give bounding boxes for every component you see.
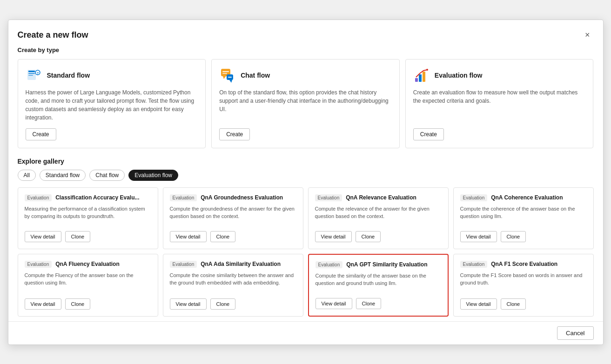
flow-type-card-standard-flow: ? Standard flow Harness the power of Lar… xyxy=(18,59,206,148)
gallery-card-desc-classification-accuracy: Measuring the performance of a classific… xyxy=(25,205,151,225)
gallery-card-desc-qna-coherence: Compute the coherence of the answer base… xyxy=(460,205,587,225)
svg-rect-14 xyxy=(419,74,422,82)
gallery-card-badge-row: Evaluation Classification Accuracy Evalu… xyxy=(25,194,151,201)
svg-point-16 xyxy=(426,69,428,71)
create-standard-flow-button[interactable]: Create xyxy=(26,128,56,140)
card-actions-qna-groundedness: View detail Clone xyxy=(170,231,296,242)
gallery-badge-qna-coherence: Evaluation xyxy=(460,194,488,201)
gallery-card-qna-groundedness: Evaluation QnA Groundedness Evaluation C… xyxy=(163,187,303,249)
svg-rect-3 xyxy=(28,75,33,76)
gallery-card-title-qna-gpt-similarity: QnA GPT Similarity Evaluation xyxy=(346,261,427,268)
gallery-card-desc-qna-fluency: Compute the Fluency of the answer base o… xyxy=(25,271,151,293)
clone-qna-groundedness-button[interactable]: Clone xyxy=(210,231,236,242)
gallery-card-qna-gpt-similarity: Evaluation QnA GPT Similarity Evaluation… xyxy=(308,254,449,317)
close-button[interactable]: × xyxy=(581,28,594,42)
svg-marker-7 xyxy=(223,76,226,79)
flow-type-desc-chat-flow: On top of the standard flow, this option… xyxy=(219,88,392,122)
card-actions-classification-accuracy: View detail Clone xyxy=(25,231,151,242)
card-actions-qna-fluency: View detail Clone xyxy=(25,298,151,310)
clone-qna-coherence-button[interactable]: Clone xyxy=(501,231,526,242)
gallery-card-title-qna-f1-score: QnA F1 Score Evaluation xyxy=(491,261,557,267)
flow-type-card-header: Evaluation flow xyxy=(413,67,586,84)
gallery-card-title-qna-ada-similarity: QnA Ada Similarity Evaluation xyxy=(201,261,281,267)
gallery-card-qna-ada-similarity: Evaluation QnA Ada Similarity Evaluation… xyxy=(163,254,303,317)
filter-chat-flow-button[interactable]: Chat flow xyxy=(89,170,125,181)
svg-rect-1 xyxy=(28,71,35,72)
view-detail-classification-accuracy-button[interactable]: View detail xyxy=(25,231,61,242)
view-detail-qna-fluency-button[interactable]: View detail xyxy=(25,298,61,310)
gallery-card-badge-row: Evaluation QnA Fluency Evaluation xyxy=(25,261,151,268)
gallery-badge-qna-relevance: Evaluation xyxy=(315,194,342,201)
card-actions-qna-gpt-similarity: View detail Clone xyxy=(316,298,441,309)
view-detail-qna-relevance-button[interactable]: View detail xyxy=(315,231,352,242)
gallery-card-title-qna-groundedness: QnA Groundedness Evaluation xyxy=(201,194,283,201)
cancel-button[interactable]: Cancel xyxy=(557,326,593,340)
flow-type-name-evaluation-flow: Evaluation flow xyxy=(435,72,483,79)
gallery-grid: Evaluation Classification Accuracy Evalu… xyxy=(18,187,594,317)
gallery-card-badge-row: Evaluation QnA GPT Similarity Evaluation xyxy=(316,261,441,268)
flow-type-desc-standard-flow: Harness the power of Large Language Mode… xyxy=(26,88,198,122)
gallery-badge-classification-accuracy: Evaluation xyxy=(25,194,52,201)
gallery-card-desc-qna-f1-score: Compute the F1 Score based on words in a… xyxy=(460,271,587,293)
flow-type-cards: ? Standard flow Harness the power of Lar… xyxy=(18,59,594,148)
create-evaluation-flow-button[interactable]: Create xyxy=(413,128,444,140)
gallery-badge-qna-gpt-similarity: Evaluation xyxy=(316,261,343,268)
explore-gallery-section: Explore gallery AllStandard flowChat flo… xyxy=(18,158,594,317)
create-by-type-section: Create by type ? Standard flow Harness t… xyxy=(18,46,594,148)
flow-type-card-chat-flow: Chat flow On top of the standard flow, t… xyxy=(211,59,400,148)
gallery-card-desc-qna-groundedness: Compute the groundedness of the answer f… xyxy=(170,205,296,225)
flow-type-name-chat-flow: Chat flow xyxy=(241,72,270,79)
gallery-card-title-classification-accuracy: Classification Accuracy Evalu... xyxy=(55,194,139,201)
svg-rect-9 xyxy=(222,73,227,74)
filter-standard-flow-button[interactable]: Standard flow xyxy=(40,170,86,181)
clone-qna-ada-similarity-button[interactable]: Clone xyxy=(210,298,236,310)
view-detail-qna-gpt-similarity-button[interactable]: View detail xyxy=(316,298,352,309)
gallery-card-badge-row: Evaluation QnA F1 Score Evaluation xyxy=(460,261,587,268)
gallery-card-badge-row: Evaluation QnA Ada Similarity Evaluation xyxy=(170,261,296,268)
svg-marker-11 xyxy=(229,80,232,83)
filter-all-button[interactable]: All xyxy=(18,170,36,181)
gallery-card-badge-row: Evaluation QnA Groundedness Evaluation xyxy=(170,194,296,201)
card-actions-qna-ada-similarity: View detail Clone xyxy=(170,298,296,310)
gallery-card-qna-relevance: Evaluation QnA Relevance Evaluation Comp… xyxy=(308,187,449,249)
gallery-card-desc-qna-ada-similarity: Compute the cosine similarity between th… xyxy=(170,271,296,293)
svg-rect-13 xyxy=(415,78,418,82)
clone-qna-fluency-button[interactable]: Clone xyxy=(65,298,91,310)
flow-type-card-header: ? Standard flow xyxy=(26,67,198,84)
dialog-header: Create a new flow × xyxy=(8,20,603,46)
gallery-card-badge-row: Evaluation QnA Relevance Evaluation xyxy=(315,194,442,201)
clone-qna-f1-score-button[interactable]: Clone xyxy=(501,298,526,310)
filter-evaluation-flow-button[interactable]: Evaluation flow xyxy=(128,170,178,181)
create-chat-flow-button[interactable]: Create xyxy=(219,128,250,140)
clone-qna-relevance-button[interactable]: Clone xyxy=(356,231,381,242)
svg-text:?: ? xyxy=(36,71,39,75)
gallery-card-title-qna-fluency: QnA Fluency Evaluation xyxy=(55,261,120,267)
view-detail-qna-coherence-button[interactable]: View detail xyxy=(460,231,497,242)
standard-flow-icon: ? xyxy=(26,67,42,84)
create-by-type-title: Create by type xyxy=(18,46,594,53)
gallery-card-title-qna-coherence: QnA Coherence Evaluation xyxy=(491,194,563,201)
gallery-card-desc-qna-relevance: Compute the relevance of the answer for … xyxy=(315,205,442,225)
gallery-badge-qna-groundedness: Evaluation xyxy=(170,194,197,201)
card-actions-qna-relevance: View detail Clone xyxy=(315,231,442,242)
view-detail-qna-f1-score-button[interactable]: View detail xyxy=(460,298,497,310)
svg-rect-2 xyxy=(28,73,35,74)
flow-type-card-header: Chat flow xyxy=(219,67,392,84)
gallery-card-badge-row: Evaluation QnA Coherence Evaluation xyxy=(460,194,587,201)
gallery-badge-qna-fluency: Evaluation xyxy=(25,261,52,268)
svg-rect-8 xyxy=(222,71,229,72)
clone-classification-accuracy-button[interactable]: Clone xyxy=(65,231,91,242)
evaluation-flow-icon xyxy=(413,67,430,84)
dialog-footer: Cancel xyxy=(8,321,603,344)
gallery-section-title: Explore gallery xyxy=(18,158,594,165)
dialog-title: Create a new flow xyxy=(18,30,88,40)
gallery-card-title-qna-relevance: QnA Relevance Evaluation xyxy=(346,194,416,201)
flow-type-card-evaluation-flow: Evaluation flow Create an evaluation flo… xyxy=(405,59,594,148)
gallery-card-desc-qna-gpt-similarity: Compute the similarity of the answer bas… xyxy=(316,272,441,292)
view-detail-qna-ada-similarity-button[interactable]: View detail xyxy=(170,298,207,310)
gallery-card-qna-f1-score: Evaluation QnA F1 Score Evaluation Compu… xyxy=(453,254,594,317)
gallery-badge-qna-ada-similarity: Evaluation xyxy=(170,261,197,268)
clone-qna-gpt-similarity-button[interactable]: Clone xyxy=(356,298,382,309)
card-actions-qna-coherence: View detail Clone xyxy=(460,231,587,242)
view-detail-qna-groundedness-button[interactable]: View detail xyxy=(170,231,207,242)
